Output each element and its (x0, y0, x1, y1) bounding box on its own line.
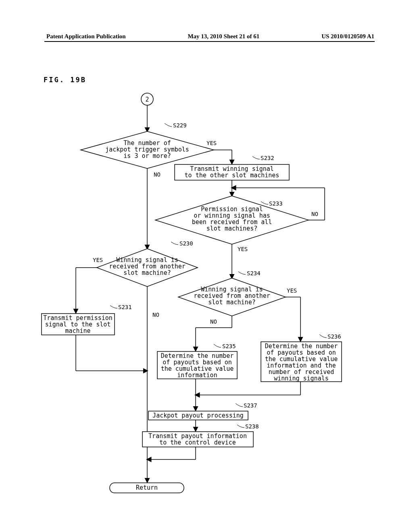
svg-text:NO: NO (154, 171, 161, 178)
svg-text:Return: Return (136, 484, 158, 491)
svg-text:Transmit payout informationto : Transmit payout informationto the contro… (148, 432, 247, 446)
svg-text:YES: YES (238, 246, 248, 252)
svg-text:YES: YES (287, 287, 297, 294)
svg-text:NO: NO (311, 211, 318, 217)
svg-text:NO: NO (152, 312, 159, 318)
svg-text:2: 2 (145, 96, 149, 103)
svg-text:S235: S235 (222, 343, 236, 349)
svg-text:YES: YES (206, 140, 217, 146)
svg-text:S238: S238 (245, 423, 259, 430)
svg-text:S234: S234 (247, 270, 261, 276)
svg-text:Transmit winning signalto the : Transmit winning signalto the other slot… (185, 165, 280, 179)
svg-text:S233: S233 (269, 200, 283, 207)
svg-text:NO: NO (210, 318, 217, 325)
svg-text:YES: YES (93, 257, 103, 263)
svg-text:Determine the numberof payouts: Determine the numberof payouts based ont… (265, 343, 338, 382)
svg-text:Jackpot payout processing: Jackpot payout processing (152, 412, 244, 419)
svg-text:S230: S230 (179, 240, 193, 247)
svg-text:S229: S229 (173, 122, 187, 129)
svg-text:S231: S231 (118, 304, 132, 310)
svg-text:S232: S232 (261, 155, 274, 161)
svg-text:S236: S236 (327, 333, 341, 340)
svg-text:S237: S237 (244, 402, 257, 409)
flowchart-svg: 2 S229 The number ofjackpot trigger symb… (0, 0, 413, 532)
